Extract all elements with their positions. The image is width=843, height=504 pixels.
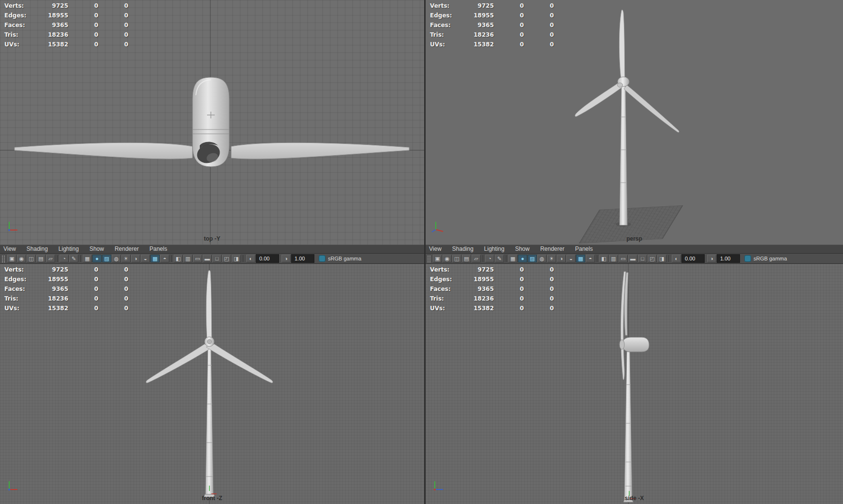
hud-stat-label: Faces: bbox=[4, 286, 35, 292]
poly-count-hud: Verts:972500Edges:1895500Faces:936500Tri… bbox=[430, 1, 554, 49]
motion-blur-icon[interactable]: ◓ bbox=[586, 255, 595, 262]
safe-title-icon[interactable]: ◨ bbox=[232, 255, 241, 262]
panel-menu-lighting[interactable]: Lighting bbox=[479, 245, 510, 253]
two-d-pan-zoom-icon[interactable]: ◔ bbox=[485, 255, 494, 262]
gamma-field[interactable]: 1.00 bbox=[717, 254, 740, 263]
image-plane-icon[interactable]: ▱ bbox=[46, 255, 55, 262]
toolbar-separator bbox=[504, 255, 508, 262]
gamma-field-icon[interactable]: ◑ bbox=[707, 255, 716, 262]
safe-action-icon[interactable]: ◰ bbox=[648, 255, 657, 262]
resolution-gate-icon[interactable]: ▭ bbox=[619, 255, 628, 262]
shadows-icon[interactable]: ◑ bbox=[557, 255, 566, 262]
toolbar-separator bbox=[79, 255, 82, 262]
exposure-field-icon[interactable]: ◐ bbox=[246, 255, 255, 262]
panel-grip[interactable] bbox=[427, 255, 431, 262]
toolbar-separator bbox=[170, 255, 173, 262]
viewport-front[interactable]: Verts:972500Edges:1895500Faces:936500Tri… bbox=[0, 264, 424, 504]
hud-row: Edges:1895500 bbox=[4, 274, 128, 284]
smooth-shade-icon[interactable]: ● bbox=[92, 255, 102, 262]
hud-stat-col3: 0 bbox=[98, 22, 128, 29]
panel-menu-renderer[interactable]: Renderer bbox=[109, 245, 144, 253]
hud-stat-label: Tris: bbox=[4, 295, 35, 302]
film-gate-icon[interactable]: □ bbox=[212, 255, 222, 262]
panel-menu-renderer[interactable]: Renderer bbox=[535, 245, 570, 253]
film-gate-icon[interactable]: □ bbox=[638, 255, 647, 262]
image-plane-icon[interactable]: ▱ bbox=[472, 255, 481, 262]
hud-stat-col2: 0 bbox=[68, 305, 98, 312]
field-chart-icon[interactable]: ▥ bbox=[609, 255, 618, 262]
safe-title-icon[interactable]: ◨ bbox=[657, 255, 666, 262]
two-d-pan-zoom-icon[interactable]: ◔ bbox=[59, 255, 69, 262]
textured-icon[interactable]: ▨ bbox=[102, 255, 111, 262]
lock-camera-icon[interactable]: ◉ bbox=[443, 255, 452, 262]
occlusion-icon[interactable]: ◒ bbox=[141, 255, 150, 262]
lights-icon[interactable]: ☀ bbox=[547, 255, 556, 262]
tower bbox=[620, 85, 627, 225]
hud-row: UVs:1538200 bbox=[430, 40, 554, 49]
safe-action-icon[interactable]: ◰ bbox=[222, 255, 231, 262]
panel-menu-panels[interactable]: Panels bbox=[144, 245, 173, 253]
occlusion-icon[interactable]: ◒ bbox=[566, 255, 576, 262]
anti-alias-icon[interactable]: ▩ bbox=[576, 255, 585, 262]
motion-blur-icon[interactable]: ◓ bbox=[160, 255, 169, 262]
viewport-persp[interactable]: Verts:972500Edges:1895500Faces:936500Tri… bbox=[426, 0, 843, 245]
panel-menu-view[interactable]: View bbox=[426, 245, 447, 253]
panel-menu-shading[interactable]: Shading bbox=[21, 245, 53, 253]
viewport-top[interactable]: Verts:972500Edges:1895500Faces:936500Tri… bbox=[0, 0, 424, 245]
panel-menu-shading[interactable]: Shading bbox=[447, 245, 479, 253]
select-camera-icon[interactable]: ▣ bbox=[7, 255, 16, 262]
exposure-field[interactable]: 0.00 bbox=[256, 254, 279, 263]
hud-stat-label: Faces: bbox=[4, 22, 35, 29]
view-transform[interactable]: sRGB gamma bbox=[741, 255, 790, 262]
hud-stat-total: 15382 bbox=[35, 41, 68, 48]
panel-menu-show[interactable]: Show bbox=[84, 245, 109, 253]
hud-stat-label: Faces: bbox=[430, 22, 461, 29]
gate-mask-icon[interactable]: ▬ bbox=[203, 255, 212, 262]
panel-menu-view[interactable]: View bbox=[0, 245, 21, 253]
isolate-select-icon[interactable]: ◧ bbox=[599, 255, 608, 262]
panel-menu-show[interactable]: Show bbox=[510, 245, 535, 253]
isolate-select-icon[interactable]: ◧ bbox=[174, 255, 183, 262]
wireframe-icon[interactable]: ▦ bbox=[508, 255, 518, 262]
camera-attributes-icon[interactable]: ◫ bbox=[452, 255, 461, 262]
panel-menu-lighting[interactable]: Lighting bbox=[53, 245, 84, 253]
textured-icon[interactable]: ▨ bbox=[528, 255, 537, 262]
lights-icon[interactable]: ☀ bbox=[121, 255, 131, 262]
grease-pencil-icon[interactable]: ✎ bbox=[495, 255, 504, 262]
shadows-icon[interactable]: ◑ bbox=[131, 255, 140, 262]
smooth-shade-icon[interactable]: ● bbox=[518, 255, 527, 262]
hud-row: Verts:972500 bbox=[4, 1, 128, 11]
exposure-field-group: ◐0.00 bbox=[672, 254, 705, 263]
exposure-field[interactable]: 0.00 bbox=[681, 254, 705, 263]
use-default-material-icon[interactable]: ◍ bbox=[537, 255, 547, 262]
viewport-side[interactable]: Verts:972500Edges:1895500Faces:936500Tri… bbox=[426, 264, 843, 504]
hud-stat-label: Edges: bbox=[4, 12, 35, 19]
exposure-field-icon[interactable]: ◐ bbox=[672, 255, 681, 262]
view-transform-icon bbox=[744, 255, 751, 262]
panel-menubar-side: ViewShadingLightingShowRendererPanels bbox=[426, 245, 843, 254]
lock-camera-icon[interactable]: ◉ bbox=[17, 255, 26, 262]
panel-menu-panels[interactable]: Panels bbox=[570, 245, 598, 253]
panel-grip[interactable] bbox=[1, 255, 5, 262]
hud-row: Faces:936500 bbox=[430, 284, 554, 294]
hud-row: Edges:1895500 bbox=[430, 11, 554, 20]
poly-count-hud: Verts:972500Edges:1895500Faces:936500Tri… bbox=[4, 265, 128, 313]
wireframe-icon[interactable]: ▦ bbox=[83, 255, 92, 262]
field-chart-icon[interactable]: ▥ bbox=[183, 255, 192, 262]
bookmark-icon[interactable]: ▤ bbox=[36, 255, 45, 262]
gate-mask-icon[interactable]: ▬ bbox=[628, 255, 637, 262]
gamma-field[interactable]: 1.00 bbox=[291, 254, 314, 263]
camera-attributes-icon[interactable]: ◫ bbox=[27, 255, 36, 262]
viewport-divider[interactable] bbox=[424, 0, 426, 504]
anti-alias-icon[interactable]: ▩ bbox=[150, 255, 160, 262]
axis-gizmo bbox=[6, 479, 20, 493]
hud-stat-col3: 0 bbox=[98, 295, 128, 302]
select-camera-icon[interactable]: ▣ bbox=[433, 255, 442, 262]
grease-pencil-icon[interactable]: ✎ bbox=[69, 255, 78, 262]
view-transform[interactable]: sRGB gamma bbox=[316, 255, 364, 262]
resolution-gate-icon[interactable]: ▭ bbox=[193, 255, 202, 262]
bookmark-icon[interactable]: ▤ bbox=[462, 255, 471, 262]
gamma-field-icon[interactable]: ◑ bbox=[281, 255, 291, 262]
hud-stat-col2: 0 bbox=[68, 12, 98, 19]
use-default-material-icon[interactable]: ◍ bbox=[112, 255, 121, 262]
